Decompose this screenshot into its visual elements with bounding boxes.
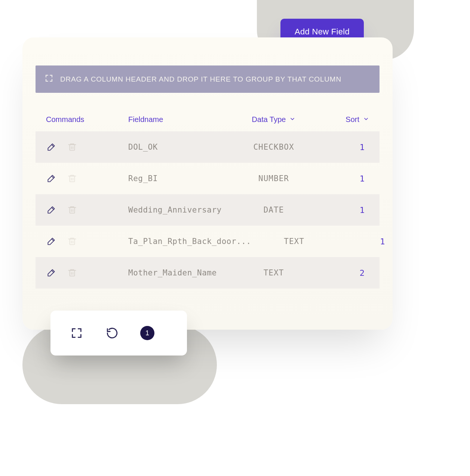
sort-cell: 2 [317, 268, 369, 278]
pagination-toolbar: 1 [50, 311, 187, 356]
edit-icon[interactable] [46, 205, 56, 215]
fieldname-cell: Mother_Maiden_Name [128, 268, 231, 277]
col-datatype[interactable]: Data Type [231, 115, 317, 124]
chevron-down-icon [289, 115, 295, 124]
svg-rect-3 [70, 239, 75, 245]
fieldname-cell: Wedding_Anniversary [128, 205, 231, 214]
datatype-cell: TEXT [231, 268, 317, 277]
edit-icon[interactable] [46, 142, 56, 152]
svg-rect-0 [70, 145, 75, 150]
table-row: DOL_OK CHECKBOX 1 [36, 131, 380, 163]
table-header: Commands Fieldname Data Type Sort [36, 108, 380, 131]
table-row: Mother_Maiden_Name TEXT 2 [36, 257, 380, 289]
edit-icon[interactable] [46, 236, 56, 247]
sort-cell: 1 [337, 237, 390, 246]
trash-icon[interactable] [67, 268, 77, 278]
col-commands[interactable]: Commands [46, 115, 128, 124]
trash-icon[interactable] [67, 173, 77, 184]
chevron-down-icon [363, 115, 369, 124]
svg-rect-1 [70, 176, 75, 182]
expand-icon [44, 74, 53, 85]
col-sort[interactable]: Sort [317, 115, 369, 124]
group-by-text: DRAG A COLUMN HEADER AND DROP IT HERE TO… [60, 75, 341, 83]
group-by-dropzone[interactable]: DRAG A COLUMN HEADER AND DROP IT HERE TO… [36, 65, 380, 93]
table-row: Wedding_Anniversary DATE 1 [36, 194, 380, 226]
table-row: Reg_BI NUMBER 1 [36, 163, 380, 194]
trash-icon[interactable] [67, 142, 77, 152]
trash-icon[interactable] [67, 205, 77, 215]
sort-cell: 1 [317, 205, 369, 215]
expand-icon[interactable] [69, 326, 84, 341]
col-fieldname[interactable]: Fieldname [128, 115, 231, 124]
trash-icon[interactable] [67, 236, 77, 247]
datatype-cell: TEXT [251, 237, 337, 246]
page-number-badge[interactable]: 1 [140, 326, 154, 340]
refresh-icon[interactable] [105, 326, 120, 341]
svg-rect-2 [70, 208, 75, 213]
datatype-cell: NUMBER [231, 174, 317, 183]
fieldname-cell: DOL_OK [128, 143, 231, 152]
datatype-cell: DATE [231, 205, 317, 214]
datatype-cell: CHECKBOX [231, 143, 317, 152]
table-row: Ta_Plan_Rpth_Back_door... TEXT 1 [36, 226, 380, 257]
edit-icon[interactable] [46, 173, 56, 184]
sort-cell: 1 [317, 174, 369, 183]
edit-icon[interactable] [46, 268, 56, 278]
fields-table: Commands Fieldname Data Type Sort [36, 108, 380, 289]
fieldname-cell: Reg_BI [128, 174, 231, 183]
svg-rect-4 [70, 271, 75, 276]
sort-cell: 1 [317, 143, 369, 152]
fieldname-cell: Ta_Plan_Rpth_Back_door... [128, 237, 251, 246]
fields-card: DRAG A COLUMN HEADER AND DROP IT HERE TO… [22, 37, 393, 330]
